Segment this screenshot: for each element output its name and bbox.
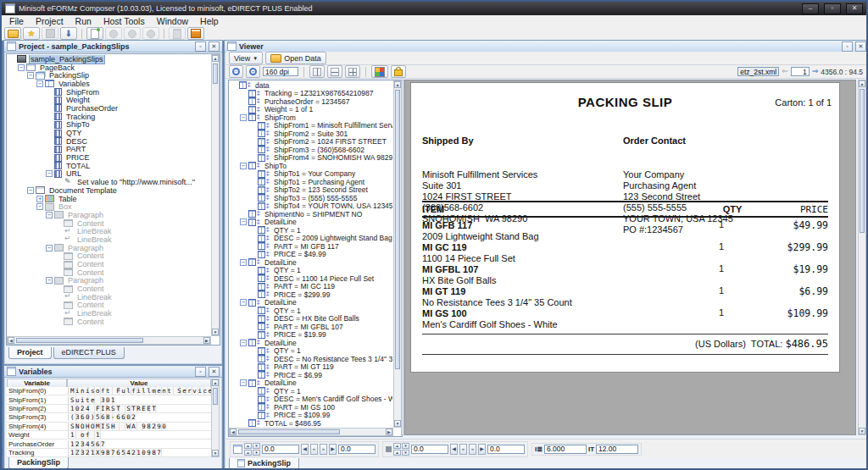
variable-row[interactable]: ShipFrom(4)SNOHOMISH WA 98290 <box>7 423 211 431</box>
tab-packingslip[interactable]: PackingSlip <box>229 458 299 470</box>
tree-node[interactable]: PRICE = $6.99 <box>231 371 392 379</box>
tree-node[interactable]: PRICE = $19.99 <box>231 331 392 340</box>
tree-node[interactable]: ShipFrom2 = Suite 301 <box>231 130 392 138</box>
tree-node[interactable]: −DetailLine <box>231 379 392 388</box>
expand-toggle-icon[interactable]: − <box>36 203 43 210</box>
tree-node[interactable]: Content <box>8 260 210 268</box>
layout-grid-button[interactable] <box>345 65 360 78</box>
tree-node[interactable]: −Variables <box>8 80 210 88</box>
minimize-button[interactable]: – <box>802 3 819 14</box>
tree-node[interactable]: DESC = 1100 14 Piece Full Set <box>231 274 392 283</box>
tree-node[interactable]: ShipFrom <box>8 88 210 97</box>
tree-node[interactable]: −ShipTo <box>231 162 392 170</box>
tree-node[interactable]: PART = MI GC 119 <box>231 283 392 291</box>
scroll-thumb[interactable] <box>213 388 218 405</box>
expand-toggle-icon[interactable]: − <box>36 80 43 87</box>
tree-node[interactable]: Content <box>8 318 210 326</box>
menu-file[interactable]: File <box>3 15 30 27</box>
scroll-thumb[interactable] <box>213 64 218 84</box>
tree-node[interactable]: Tracking <box>8 113 210 121</box>
tree-node[interactable]: −Paragraph <box>8 244 210 252</box>
scroll-thumb[interactable] <box>238 429 340 434</box>
panel-close-icon[interactable]: ✕ <box>209 367 220 377</box>
tree-node[interactable]: TOTAL = $486.95 <box>231 419 392 427</box>
view-menu-button[interactable]: View ▼ <box>229 52 263 64</box>
object-y-input[interactable]: 0.0 <box>487 445 525 454</box>
expand-toggle-icon[interactable]: − <box>27 187 34 194</box>
tree-node[interactable]: PurchaseOrder = 1234567 <box>231 97 392 106</box>
expand-toggle-icon[interactable]: − <box>240 379 247 386</box>
tree-node[interactable]: ShipTo2 = 123 Second Street <box>231 186 392 195</box>
menu-run[interactable]: Run <box>70 15 97 27</box>
viewer-panel-titlebar[interactable]: Viewer ▫ ✕ <box>225 41 868 53</box>
zoom-out-button[interactable]: – <box>229 65 243 78</box>
new-project-button[interactable]: ★ <box>23 27 40 40</box>
tree-node[interactable]: −DetailLine <box>231 339 392 347</box>
tree-node[interactable]: QTY <box>8 129 210 137</box>
expand-toggle-icon[interactable]: − <box>46 170 53 177</box>
tree-node[interactable]: Content <box>8 301 210 310</box>
panel-maximize-icon[interactable]: ▫ <box>195 41 206 52</box>
tree-node[interactable]: ShipmentNo = SHIPMENT NO <box>231 210 392 218</box>
page-y-input[interactable]: 0.0 <box>338 445 376 454</box>
tree-node[interactable]: TOTAL <box>8 162 210 170</box>
tree-node[interactable]: −PackingSlip <box>8 71 210 80</box>
open-data-button[interactable]: Open Data <box>265 52 326 64</box>
layout-split-button[interactable] <box>327 65 342 78</box>
variable-row[interactable]: Tracking1Z321X987654210987 <box>7 449 211 457</box>
last-arrow-icon[interactable]: ▶ <box>329 444 337 455</box>
zoom-in-button[interactable]: + <box>246 65 260 78</box>
tree-node[interactable]: QTY = 1 <box>231 226 392 235</box>
tree-node[interactable]: ShipTo3 = (555) 555-5555 <box>231 194 392 202</box>
tree-node[interactable]: PART = MI GFBL 107 <box>231 323 392 331</box>
tree-node[interactable]: −DetailLine <box>231 218 392 227</box>
tree-node[interactable]: ShipTo1 = Your Company <box>231 170 392 179</box>
tree-node[interactable]: ShipFrom1 = Minisoft Fulfillment Service… <box>231 122 392 130</box>
tab-project[interactable]: Project <box>8 347 52 359</box>
close-button[interactable]: ✕ <box>846 3 863 14</box>
expand-toggle-icon[interactable]: − <box>46 212 53 218</box>
tree-node[interactable]: Weight = 1 of 1 <box>231 106 392 114</box>
page-x-input[interactable]: 0.0 <box>262 445 299 454</box>
run-button[interactable] <box>105 27 122 40</box>
variable-row[interactable]: ShipFrom(2)1024 FIRST STREET <box>7 405 211 413</box>
tree-node[interactable]: QTY = 1 <box>231 267 392 275</box>
menu-window[interactable]: Window <box>151 15 194 27</box>
tree-node[interactable]: QTY = 1 <box>231 347 392 356</box>
tree-node[interactable]: ShipFrom3 = (360)568-6602 <box>231 146 392 154</box>
tree-node[interactable]: DESC <box>8 137 210 146</box>
expand-toggle-icon[interactable]: − <box>240 114 247 121</box>
tree-node[interactable]: Content <box>8 252 210 261</box>
tree-node[interactable]: −PageBack <box>8 64 210 72</box>
indent-input[interactable]: 6.000 <box>544 445 587 454</box>
expand-toggle-icon[interactable]: − <box>46 277 53 284</box>
tree-node[interactable]: −Paragraph <box>8 277 210 285</box>
variable-row[interactable]: ShipFrom(3)(360)568-6602 <box>7 413 211 422</box>
menu-host-tools[interactable]: Host Tools <box>97 15 151 27</box>
tree-node[interactable]: PRICE <box>8 153 210 162</box>
last-arrow-icon[interactable]: ▶ <box>478 444 486 455</box>
expand-toggle-icon[interactable]: − <box>240 163 247 169</box>
expand-toggle-icon[interactable]: − <box>240 299 247 306</box>
expand-toggle-icon[interactable]: + <box>36 196 43 202</box>
delete-button[interactable] <box>169 27 186 40</box>
tree-node[interactable]: −DetailLine <box>231 299 392 307</box>
tree-node[interactable]: PART <box>8 146 210 154</box>
tree-node[interactable]: LineBreak <box>8 235 210 244</box>
variable-row[interactable]: PurchaseOrder1234567 <box>7 440 211 448</box>
scroll-thumb[interactable] <box>395 90 400 369</box>
object-x-input[interactable]: 0.0 <box>411 445 448 454</box>
tree-node[interactable]: DESC = 2009 Lightweight Stand Bag <box>231 235 392 243</box>
fast-right-arrow-icon[interactable]: » <box>320 444 327 455</box>
tree-node[interactable]: LineBreak <box>8 227 210 235</box>
tree-node[interactable]: PurchaseOrder <box>8 104 210 113</box>
next-page-arrow-icon[interactable]: ⇒ <box>812 68 819 75</box>
tree-node[interactable]: PART = MI GFB 117 <box>231 242 392 251</box>
tree-node[interactable]: −URL <box>8 170 210 179</box>
prev-page-arrow-icon[interactable]: ⇐ <box>782 68 788 75</box>
fast-left-arrow-icon[interactable]: « <box>310 444 318 455</box>
variables-panel-titlebar[interactable]: Variables ▫ ✕ <box>4 366 222 378</box>
project-tree-vscrollbar[interactable]: ▲ ▼ <box>211 54 220 336</box>
panel-maximize-icon[interactable]: ▫ <box>195 367 206 377</box>
variable-row[interactable]: ShipFrom(0)Minisoft Fulfillment Services <box>7 387 211 395</box>
